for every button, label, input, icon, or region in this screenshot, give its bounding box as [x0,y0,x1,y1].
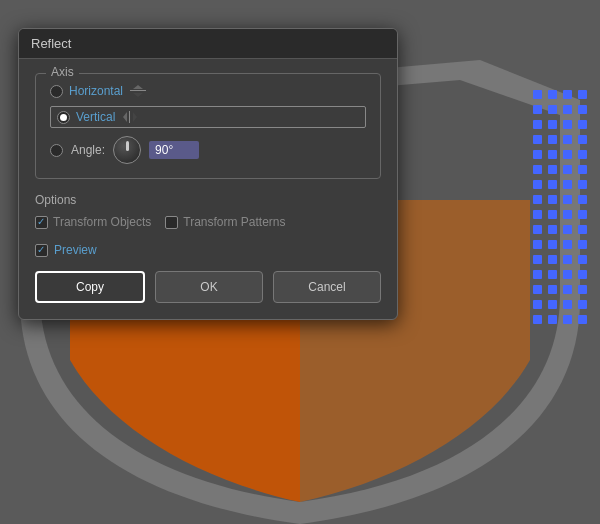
svg-marker-1 [133,85,143,89]
vertical-label[interactable]: Vertical [76,110,115,124]
angle-input[interactable] [149,141,199,159]
dialog-title: Reflect [31,36,71,51]
horizontal-reflect-icon [129,84,147,98]
svg-rect-3 [129,111,130,123]
angle-row: Angle: [50,136,366,164]
options-section: Options Transform Objects Transform Patt… [35,193,381,229]
checkbox-row: Transform Objects Transform Patterns [35,215,381,229]
svg-marker-5 [133,112,137,122]
horizontal-label[interactable]: Horizontal [69,84,123,98]
buttons-row: Copy OK Cancel [35,271,381,303]
svg-rect-0 [130,90,146,91]
svg-marker-2 [133,93,143,97]
axis-group-label: Axis [46,65,79,79]
angle-radio[interactable] [50,144,63,157]
angle-knob[interactable] [113,136,141,164]
axis-group: Axis Horizontal Vertical [35,73,381,179]
svg-marker-4 [123,112,127,122]
copy-button[interactable]: Copy [35,271,145,303]
angle-label[interactable]: Angle: [71,143,105,157]
horizontal-row: Horizontal [50,84,366,98]
transform-patterns-checkbox[interactable] [165,216,178,229]
preview-label: Preview [54,243,97,257]
dialog-titlebar: Reflect [19,29,397,59]
dialog-body: Axis Horizontal Vertical [19,59,397,319]
transform-objects-item: Transform Objects [35,215,151,229]
horizontal-radio[interactable] [50,85,63,98]
dot-grid [533,90,590,327]
vertical-reflect-icon [121,110,139,124]
transform-patterns-label: Transform Patterns [183,215,285,229]
transform-patterns-item: Transform Patterns [165,215,285,229]
transform-objects-label: Transform Objects [53,215,151,229]
preview-checkbox[interactable] [35,244,48,257]
vertical-radio[interactable] [57,111,70,124]
options-label: Options [35,193,381,207]
cancel-button[interactable]: Cancel [273,271,381,303]
ok-button[interactable]: OK [155,271,263,303]
transform-objects-checkbox[interactable] [35,216,48,229]
reflect-dialog: Reflect Axis Horizontal Vertical [18,28,398,320]
preview-row: Preview [35,243,381,257]
vertical-row: Vertical [50,106,366,128]
